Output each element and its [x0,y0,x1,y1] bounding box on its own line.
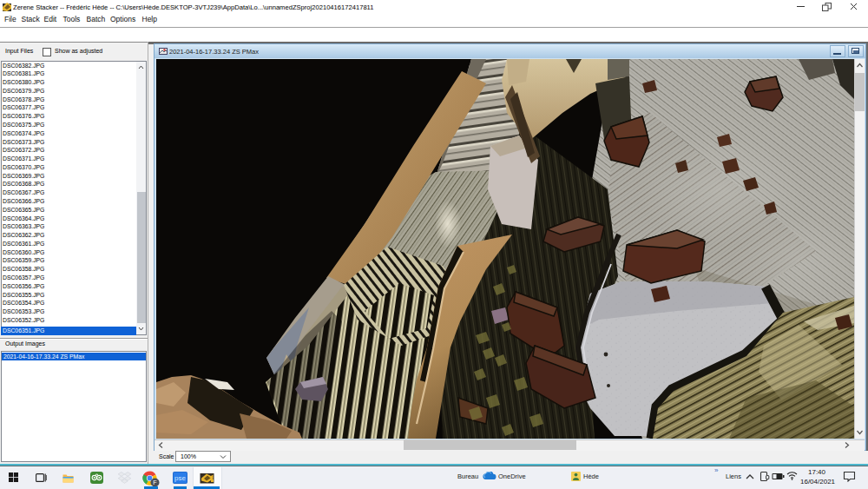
svg-text:pse: pse [174,474,186,482]
svg-text:F: F [153,479,156,486]
